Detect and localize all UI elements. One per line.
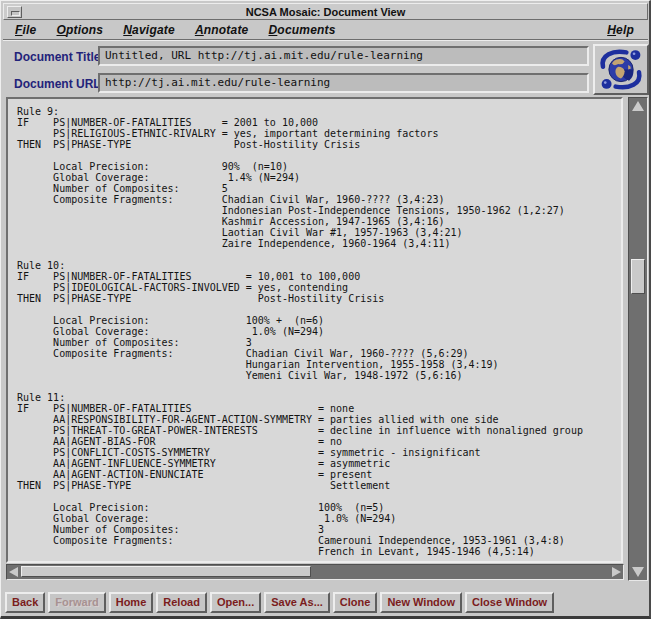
menu-navigate[interactable]: Navigate [123,23,175,37]
vertical-scrollbar-thumb[interactable] [631,259,645,294]
scroll-left-icon[interactable] [9,567,18,577]
document-url-label: Document URL: [14,77,105,91]
open-button[interactable]: Open... [210,592,261,613]
mosaic-logo-button[interactable] [593,44,649,95]
menu-annotate[interactable]: Annotate [195,23,249,37]
toolbar: Back Forward Home Reload Open... Save As… [5,590,554,614]
new-window-button[interactable]: New Window [380,592,462,613]
scroll-up-icon[interactable] [632,101,644,111]
reload-button[interactable]: Reload [156,592,207,613]
window-title: NCSA Mosaic: Document View [4,6,647,18]
close-window-button[interactable]: Close Window [465,592,554,613]
menubar: File Options Navigate Annotate Documents… [3,21,648,40]
clone-button[interactable]: Clone [333,592,378,613]
back-button[interactable]: Back [5,592,45,613]
document-viewport[interactable]: Rule 9: IF PS|NUMBER-OF-FATALITIES = 200… [6,97,623,563]
document-title-label: Document Title: [14,50,104,64]
scroll-down-icon[interactable] [632,567,644,577]
document-url-field[interactable]: http://tj.ai.mit.edu/rule-learning [98,73,589,93]
horizontal-scrollbar-thumb[interactable] [21,566,311,577]
vertical-scrollbar[interactable] [628,97,648,581]
mosaic-window: { "window": { "title": "NCSA Mosaic: Doc… [0,0,651,619]
scroll-right-icon[interactable] [612,567,621,577]
document-title-field[interactable]: Untitled, URL http://tj.ai.mit.edu/rule-… [98,46,589,66]
save-as-button[interactable]: Save As... [264,592,330,613]
document-text: Rule 9: IF PS|NUMBER-OF-FATALITIES = 200… [8,99,621,557]
window-titlebar[interactable]: NCSA Mosaic: Document View [3,3,648,20]
home-button[interactable]: Home [109,592,154,613]
menu-options[interactable]: Options [56,23,103,37]
forward-button[interactable]: Forward [48,592,105,613]
menu-file[interactable]: File [15,23,36,37]
menu-documents[interactable]: Documents [268,23,335,37]
horizontal-scrollbar[interactable] [6,564,624,580]
menu-help[interactable]: Help [607,23,634,37]
mosaic-globe-icon [596,47,646,92]
